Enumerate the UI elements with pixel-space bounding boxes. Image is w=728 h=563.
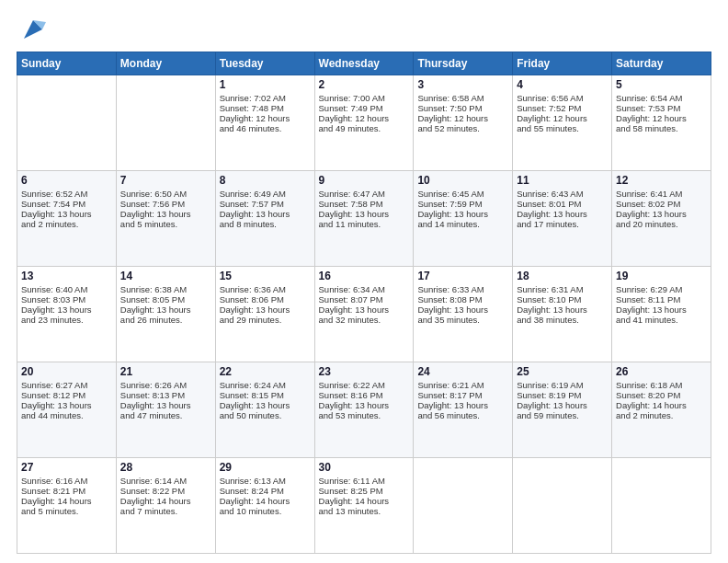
day-number: 30 [319,461,410,474]
day-info: and 41 minutes. [616,315,707,325]
day-info: Sunrise: 6:52 AM [21,189,112,199]
day-number: 28 [120,461,211,474]
day-info: Sunrise: 7:00 AM [319,93,410,103]
day-info: Sunrise: 6:50 AM [120,189,211,199]
day-info: and 35 minutes. [417,315,508,325]
weekday-header-saturday: Saturday [612,52,711,75]
day-info: Sunset: 8:11 PM [616,294,707,304]
day-info: Daylight: 13 hours [417,304,508,315]
day-info: Sunset: 8:25 PM [319,486,410,496]
day-info: Sunset: 8:03 PM [21,294,112,304]
day-number: 26 [616,365,707,378]
day-number: 14 [120,270,211,282]
day-info: Sunset: 8:10 PM [517,294,608,304]
day-info: and 26 minutes. [120,315,211,325]
day-info: Sunset: 8:12 PM [21,390,112,400]
day-info: Daylight: 13 hours [319,209,410,219]
day-number: 29 [220,461,311,474]
calendar-cell: 19Sunrise: 6:29 AMSunset: 8:11 PMDayligh… [612,267,711,362]
calendar-cell: 28Sunrise: 6:14 AMSunset: 8:22 PMDayligh… [116,458,215,554]
day-info: Sunrise: 6:21 AM [417,380,508,390]
calendar-cell: 10Sunrise: 6:45 AMSunset: 7:59 PMDayligh… [414,171,513,267]
day-info: Sunset: 7:49 PM [319,103,410,113]
day-info: Daylight: 12 hours [417,113,508,123]
day-info: Sunset: 8:06 PM [220,294,311,304]
calendar-week-4: 20Sunrise: 6:27 AMSunset: 8:12 PMDayligh… [17,362,711,458]
day-number: 16 [319,270,410,282]
calendar-cell: 25Sunrise: 6:19 AMSunset: 8:19 PMDayligh… [513,362,612,458]
day-info: Sunrise: 6:14 AM [120,476,211,486]
calendar-cell: 27Sunrise: 6:16 AMSunset: 8:21 PMDayligh… [17,458,117,554]
day-info: and 17 minutes. [517,219,608,229]
day-info: Sunrise: 6:27 AM [21,380,112,390]
calendar-cell: 26Sunrise: 6:18 AMSunset: 8:20 PMDayligh… [612,362,711,458]
day-info: Daylight: 13 hours [21,400,112,410]
weekday-header-monday: Monday [116,52,215,75]
calendar-cell: 2Sunrise: 7:00 AMSunset: 7:49 PMDaylight… [314,75,414,171]
day-info: Sunrise: 6:49 AM [220,189,311,199]
day-number: 3 [417,78,508,91]
calendar-cell: 14Sunrise: 6:38 AMSunset: 8:05 PMDayligh… [116,267,215,362]
day-number: 12 [616,174,707,187]
day-info: and 52 minutes. [417,123,508,133]
day-info: and 14 minutes. [417,219,508,229]
weekday-header-thursday: Thursday [414,52,513,75]
day-info: Sunrise: 6:34 AM [319,284,410,294]
day-number: 19 [616,270,707,282]
day-info: and 29 minutes. [220,315,311,325]
day-number: 2 [319,78,410,91]
day-info: Sunrise: 6:31 AM [517,284,608,294]
weekday-header-tuesday: Tuesday [215,52,314,75]
day-info: Daylight: 12 hours [616,113,707,123]
day-info: Daylight: 13 hours [120,304,211,315]
calendar-cell: 17Sunrise: 6:33 AMSunset: 8:08 PMDayligh… [414,267,513,362]
day-info: Sunrise: 6:11 AM [319,476,410,486]
calendar-cell: 6Sunrise: 6:52 AMSunset: 7:54 PMDaylight… [17,171,117,267]
day-number: 17 [417,270,508,282]
day-info: Daylight: 13 hours [517,400,608,410]
day-info: Sunset: 8:02 PM [616,199,707,209]
day-number: 13 [21,270,112,282]
day-number: 23 [319,365,410,378]
day-info: and 20 minutes. [616,219,707,229]
day-info: Daylight: 12 hours [220,113,311,123]
day-info: and 23 minutes. [21,315,112,325]
day-info: Daylight: 13 hours [417,400,508,410]
day-info: Daylight: 13 hours [616,209,707,219]
day-info: and 44 minutes. [21,410,112,420]
day-info: Daylight: 14 hours [120,496,211,506]
day-number: 20 [21,365,112,378]
calendar-cell: 15Sunrise: 6:36 AMSunset: 8:06 PMDayligh… [215,267,314,362]
day-info: Sunset: 8:24 PM [220,486,311,496]
day-info: Sunrise: 6:26 AM [120,380,211,390]
calendar-cell [116,75,215,171]
calendar-week-2: 6Sunrise: 6:52 AMSunset: 7:54 PMDaylight… [17,171,711,267]
calendar-cell: 21Sunrise: 6:26 AMSunset: 8:13 PMDayligh… [116,362,215,458]
day-info: Sunset: 7:54 PM [21,199,112,209]
day-info: Sunset: 7:53 PM [616,103,707,113]
day-info: Sunset: 7:59 PM [417,199,508,209]
day-number: 1 [220,78,311,91]
day-info: Daylight: 14 hours [616,400,707,410]
day-info: Sunrise: 6:54 AM [616,93,707,103]
calendar-cell: 24Sunrise: 6:21 AMSunset: 8:17 PMDayligh… [414,362,513,458]
day-info: Daylight: 13 hours [21,209,112,219]
day-number: 7 [120,174,211,187]
day-info: Sunset: 8:17 PM [417,390,508,400]
calendar-cell: 8Sunrise: 6:49 AMSunset: 7:57 PMDaylight… [215,171,314,267]
day-info: Sunrise: 6:22 AM [319,380,410,390]
day-info: and 49 minutes. [319,123,410,133]
day-info: Daylight: 14 hours [220,496,311,506]
day-info: and 50 minutes. [220,410,311,420]
calendar-cell: 20Sunrise: 6:27 AMSunset: 8:12 PMDayligh… [17,362,117,458]
day-info: Sunset: 8:20 PM [616,390,707,400]
calendar-cell: 29Sunrise: 6:13 AMSunset: 8:24 PMDayligh… [215,458,314,554]
day-info: and 46 minutes. [220,123,311,133]
weekday-header-wednesday: Wednesday [314,52,414,75]
day-info: and 53 minutes. [319,410,410,420]
day-info: Sunrise: 6:47 AM [319,189,410,199]
calendar-cell: 7Sunrise: 6:50 AMSunset: 7:56 PMDaylight… [116,171,215,267]
day-info: Sunset: 8:07 PM [319,294,410,304]
day-info: Sunrise: 6:29 AM [616,284,707,294]
day-number: 10 [417,174,508,187]
